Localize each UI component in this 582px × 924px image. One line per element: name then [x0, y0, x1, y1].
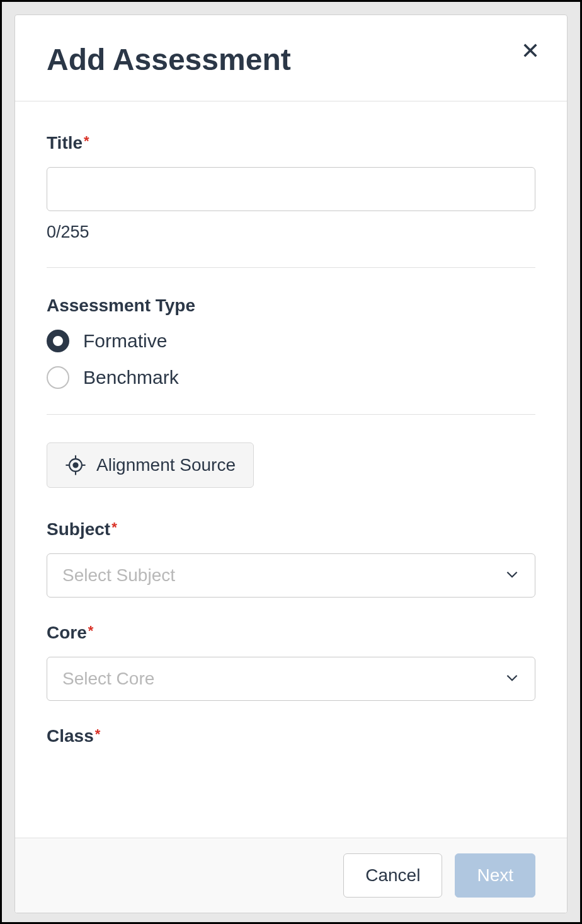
modal-header: Add Assessment	[15, 15, 567, 101]
close-button[interactable]	[519, 39, 542, 64]
title-field-group: Title* 0/255	[47, 133, 535, 242]
cancel-button[interactable]: Cancel	[343, 853, 442, 898]
modal-body: Title* 0/255 Assessment Type Formative B…	[15, 101, 567, 838]
next-button[interactable]: Next	[455, 853, 535, 898]
core-label: Core*	[47, 623, 535, 643]
core-field-group: Core* Select Core	[47, 623, 535, 701]
required-asterisk: *	[111, 519, 117, 535]
subject-select[interactable]: Select Subject	[47, 553, 535, 598]
radio-option-formative[interactable]: Formative	[47, 330, 535, 352]
assessment-type-label: Assessment Type	[47, 296, 535, 316]
required-asterisk: *	[95, 726, 101, 742]
required-asterisk: *	[88, 623, 94, 638]
alignment-source-label: Alignment Source	[96, 455, 236, 475]
subject-field-group: Subject* Select Subject	[47, 519, 535, 598]
target-icon	[65, 454, 86, 476]
class-field-group: Class*	[47, 726, 535, 746]
radio-icon	[47, 330, 69, 352]
required-asterisk: *	[84, 133, 89, 149]
section-divider	[47, 414, 535, 415]
core-placeholder: Select Core	[62, 669, 154, 689]
svg-point-3	[73, 463, 77, 467]
assessment-type-group: Assessment Type Formative Benchmark	[47, 296, 535, 389]
core-select[interactable]: Select Core	[47, 657, 535, 701]
subject-select-wrap: Select Subject	[47, 553, 535, 598]
radio-label: Formative	[83, 330, 167, 352]
close-icon	[522, 42, 539, 59]
add-assessment-modal: Add Assessment Title* 0/255 Assessment T…	[14, 14, 568, 913]
section-divider	[47, 267, 535, 268]
modal-footer: Cancel Next	[15, 838, 567, 913]
class-label: Class*	[47, 726, 535, 746]
subject-label: Subject*	[47, 519, 535, 540]
radio-label: Benchmark	[83, 367, 179, 388]
title-label: Title*	[47, 133, 535, 153]
alignment-source-button[interactable]: Alignment Source	[47, 442, 254, 488]
subject-placeholder: Select Subject	[62, 565, 175, 586]
title-input[interactable]	[47, 167, 535, 211]
modal-title: Add Assessment	[47, 43, 291, 77]
core-select-wrap: Select Core	[47, 657, 535, 701]
radio-icon	[47, 366, 69, 389]
title-char-count: 0/255	[47, 222, 535, 242]
radio-option-benchmark[interactable]: Benchmark	[47, 366, 535, 389]
